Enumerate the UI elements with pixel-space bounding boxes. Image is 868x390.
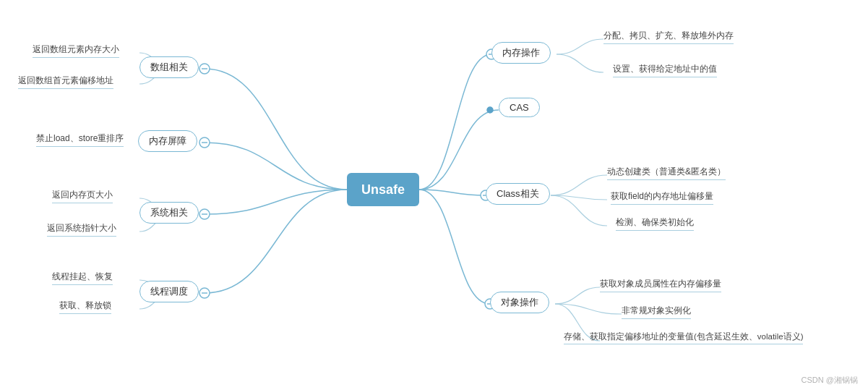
center-label: Unsafe [361, 182, 405, 198]
center-node: Unsafe [347, 173, 419, 206]
leaf-class-1: 动态创建类（普通类&匿名类） [607, 166, 726, 180]
branch-obj-ops: 对象操作 [490, 292, 549, 313]
leaf-thread-2: 获取、释放锁 [59, 300, 111, 314]
svg-point-5 [199, 209, 210, 219]
leaf-barrier-1: 禁止load、store重排序 [36, 132, 124, 147]
svg-point-3 [199, 137, 210, 148]
leaf-system-1: 返回内存页大小 [52, 189, 113, 203]
leaf-obj-1: 获取对象成员属性在内存偏移量 [600, 278, 721, 292]
leaf-obj-2: 非常规对象实例化 [622, 305, 691, 319]
svg-point-1 [199, 64, 210, 74]
leaf-array-2: 返回数组首元素偏移地址 [18, 75, 113, 89]
leaf-thread-1: 线程挂起、恢复 [52, 271, 113, 285]
leaf-mem-ops-2: 设置、获得给定地址中的值 [613, 63, 717, 77]
leaf-system-2: 返回系统指针大小 [47, 222, 116, 237]
svg-point-7 [199, 288, 210, 298]
leaf-class-3: 检测、确保类初始化 [616, 216, 694, 231]
branch-system: 系统相关 [139, 202, 199, 224]
branch-memory-barrier: 内存屏障 [138, 130, 197, 152]
branch-array: 数组相关 [139, 56, 199, 78]
mind-map: Unsafe 数组相关 内存屏障 系统相关 线程调度 内存操作 CAS Clas… [0, 0, 868, 390]
leaf-class-2: 获取field的内存地址偏移量 [611, 190, 713, 205]
leaf-array-1: 返回数组元素内存大小 [33, 43, 119, 58]
svg-point-0 [487, 107, 493, 113]
branch-cas: CAS [499, 98, 540, 117]
leaf-obj-3: 存储、获取指定偏移地址的变量值(包含延迟生效、volatile语义) [564, 331, 803, 344]
branch-thread: 线程调度 [139, 281, 199, 302]
watermark: CSDN @湘锅锅 [802, 375, 858, 386]
branch-mem-ops: 内存操作 [491, 42, 551, 64]
branch-class-ops: Class相关 [486, 183, 550, 205]
leaf-mem-ops-1: 分配、拷贝、扩充、释放堆外内存 [603, 30, 734, 44]
